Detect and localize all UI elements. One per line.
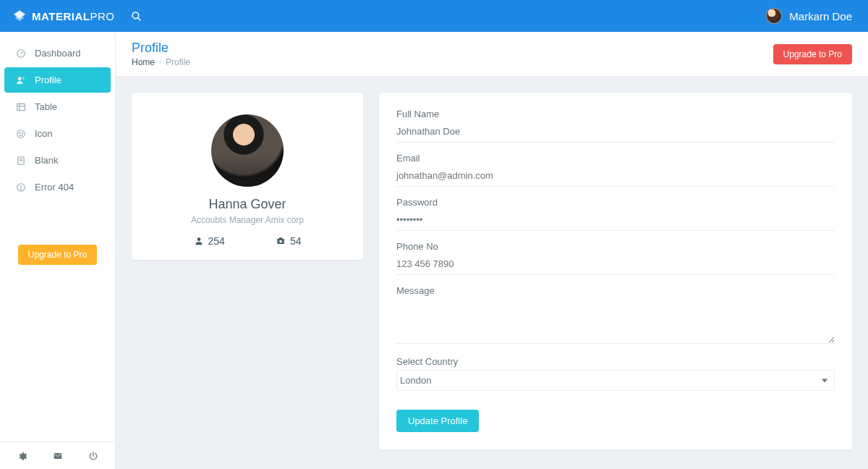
svg-point-17 (197, 237, 200, 241)
settings-icon[interactable] (13, 447, 32, 465)
mail-icon[interactable] (48, 447, 67, 465)
country-label: Select Country (396, 356, 835, 367)
search-button[interactable] (124, 4, 148, 28)
sidebar-item-error[interactable]: Error 404 (4, 174, 111, 200)
power-icon[interactable] (84, 447, 103, 465)
sidebar-item-label: Table (35, 101, 57, 112)
alert-icon (14, 182, 27, 193)
sidebar-footer (0, 441, 115, 469)
full-name-label: Full Name (396, 109, 835, 119)
svg-point-10 (22, 132, 22, 133)
avatar[interactable] (766, 8, 782, 24)
sidebar-item-label: Dashboard (35, 48, 81, 59)
file-icon (14, 156, 27, 166)
breadcrumb-current: Profile (166, 57, 190, 67)
update-profile-button[interactable]: Update Profile (396, 410, 479, 432)
breadcrumb-home[interactable]: Home (132, 57, 155, 67)
main: Profile Home › Profile Upgrade to Pro Ha… (116, 32, 868, 469)
profile-avatar (211, 114, 284, 187)
svg-point-16 (20, 189, 21, 190)
sidebar-item-profile[interactable]: Profile (4, 67, 111, 93)
sidebar-item-blank[interactable]: Blank (4, 148, 111, 173)
photos-count: 54 (290, 235, 302, 247)
sidebar-item-label: Profile (35, 75, 61, 85)
svg-point-9 (20, 132, 20, 133)
sidebar-item-label: Blank (35, 155, 59, 166)
sidebar-item-label: Error 404 (35, 182, 74, 193)
password-input[interactable] (396, 211, 835, 231)
full-name-input[interactable] (396, 122, 835, 143)
upgrade-button-header[interactable]: Upgrade to Pro (773, 44, 852, 64)
sidebar-item-dashboard[interactable]: Dashboard (4, 41, 111, 66)
phone-input[interactable] (396, 255, 835, 275)
followers-count: 254 (208, 235, 225, 247)
upgrade-button-sidebar[interactable]: Upgrade to Pro (18, 245, 97, 265)
followers-stat: 254 (194, 235, 225, 247)
svg-point-3 (18, 77, 22, 80)
page-title: Profile (132, 41, 190, 56)
svg-point-8 (17, 130, 25, 138)
sidebar-item-icon[interactable]: Icon (4, 121, 111, 146)
svg-line-1 (138, 18, 140, 20)
form-card: Full Name Email Password Phone No (379, 93, 852, 449)
table-icon (14, 102, 27, 112)
profile-role: Accoubts Manager Amix corp (146, 215, 349, 225)
profile-name: Hanna Gover (146, 197, 349, 212)
person-icon (194, 236, 204, 246)
country-select[interactable]: London (396, 370, 835, 391)
svg-point-4 (23, 77, 25, 79)
password-label: Password (396, 197, 835, 208)
sidebar-item-label: Icon (35, 128, 53, 139)
smile-icon (14, 129, 27, 139)
dashboard-icon (14, 48, 27, 59)
svg-point-18 (279, 240, 282, 243)
svg-rect-5 (17, 103, 25, 110)
brand-text: MATERIALPRO (32, 10, 114, 22)
email-input[interactable] (396, 166, 835, 187)
user-name[interactable]: Markarn Doe (789, 10, 852, 22)
email-label: Email (396, 153, 835, 164)
sidebar: Dashboard Profile Table Icon Blank (0, 32, 116, 469)
message-textarea[interactable] (396, 299, 835, 344)
topbar: MATERIALPRO Markarn Doe (0, 0, 868, 32)
breadcrumb: Home › Profile (132, 57, 190, 67)
photos-stat: 54 (276, 235, 302, 247)
brand[interactable]: MATERIALPRO (0, 9, 116, 22)
message-label: Message (396, 285, 835, 296)
profile-card: Hanna Gover Accoubts Manager Amix corp 2… (132, 93, 363, 260)
user-icon (14, 75, 27, 85)
camera-icon (276, 236, 286, 246)
sidebar-item-table[interactable]: Table (4, 94, 111, 119)
page-header: Profile Home › Profile Upgrade to Pro (116, 32, 868, 77)
phone-label: Phone No (396, 241, 835, 252)
chevron-right-icon: › (159, 59, 161, 66)
search-icon (130, 10, 142, 22)
brand-logo-icon (13, 9, 26, 22)
